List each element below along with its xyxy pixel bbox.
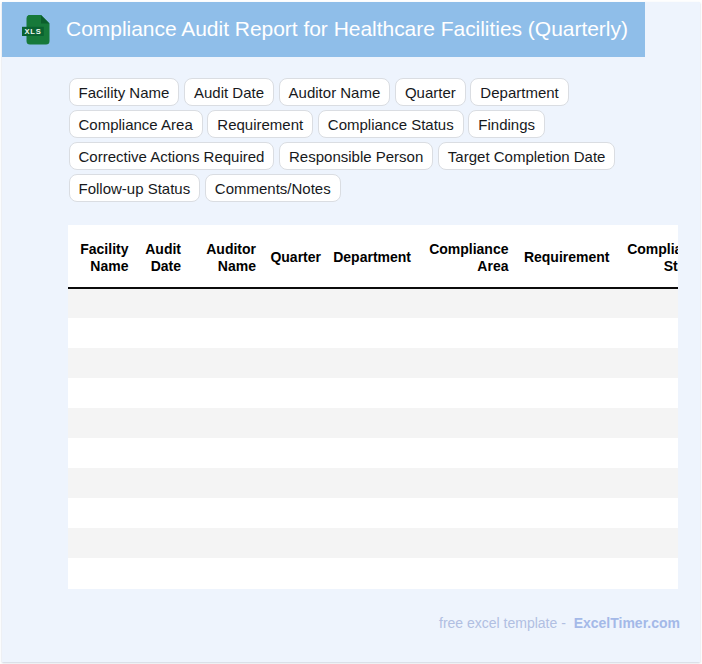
svg-text:XLS: XLS xyxy=(25,26,42,35)
